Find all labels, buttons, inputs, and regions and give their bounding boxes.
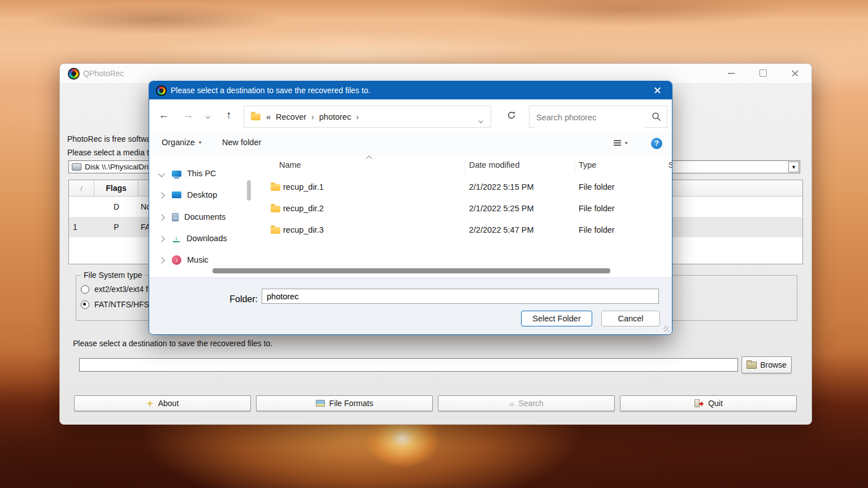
dialog-close-button[interactable] (646, 81, 669, 99)
group-title: File System type (81, 271, 145, 280)
recent-locations-chevron[interactable] (200, 108, 216, 124)
destination-input[interactable] (79, 358, 738, 372)
sidebar-label: Documents (184, 212, 225, 221)
address-bar[interactable]: « Recover › photorec › (244, 106, 491, 128)
column-header-size[interactable]: S (669, 160, 672, 174)
file-type: File folder (579, 182, 615, 191)
maximize-button[interactable] (750, 64, 775, 82)
sidebar-item-documents[interactable]: Documents (149, 208, 258, 225)
folder-name-input[interactable] (262, 289, 659, 304)
radio-fat-label: FAT/NTFS/HFS+/ (94, 300, 156, 309)
breadcrumb-photorec[interactable]: photorec (319, 112, 351, 121)
minimize-button[interactable] (719, 64, 744, 82)
cancel-button[interactable]: Cancel (601, 311, 660, 326)
address-dropdown-button[interactable] (479, 115, 483, 124)
file-formats-label: File Formats (329, 399, 374, 408)
sidebar-scrollbar-thumb[interactable] (247, 180, 251, 201)
app-window-title: QPhotoRec (83, 69, 124, 78)
collapsed-chevron[interactable] (159, 190, 166, 199)
sidebar-label: Music (187, 255, 209, 264)
caret-down-icon: ▾ (625, 140, 628, 146)
search-box[interactable] (529, 106, 667, 128)
column-header-number[interactable]: / (69, 180, 94, 196)
column-header-date-modified[interactable]: Date modified (469, 160, 519, 174)
browse-label: Browse (760, 360, 787, 369)
radio-ext-icon[interactable] (81, 285, 89, 294)
sidebar-label: This PC (187, 169, 216, 178)
qphotorec-dialog-icon (156, 85, 167, 96)
chevron-right-icon (158, 214, 164, 220)
new-folder-button[interactable]: New folder (222, 138, 261, 147)
collapsed-chevron[interactable] (159, 255, 166, 264)
partition-index: 1 (69, 223, 94, 232)
quit-button[interactable]: Quit (620, 395, 797, 411)
media-select-value: Disk \\.\PhysicalDrive (85, 163, 157, 171)
horizontal-scrollbar-thumb[interactable] (212, 268, 610, 273)
expanded-chevron[interactable] (159, 169, 166, 178)
file-formats-button[interactable]: File Formats (256, 395, 433, 411)
radio-option-ext[interactable]: ext2/ext3/ext4 file (81, 285, 156, 294)
search-chevrons-icon: » (509, 399, 514, 408)
file-name: recup_dir.3 (283, 225, 324, 234)
chevron-right-icon (158, 257, 164, 263)
view-mode-button[interactable]: ▾ (614, 140, 628, 146)
collapsed-chevron[interactable] (159, 212, 166, 221)
help-button[interactable]: ? (651, 138, 662, 149)
file-row-recup-dir-1[interactable]: recup_dir.1 2/1/2022 5:15 PM File folder (258, 177, 672, 198)
collapsed-chevron[interactable] (159, 234, 166, 243)
folder-icon (271, 227, 280, 234)
intro-text-line2: Please select a media to r (67, 148, 158, 157)
chevron-right-icon (158, 236, 164, 242)
column-header-name[interactable]: Name (279, 160, 301, 174)
sidebar-item-desktop[interactable]: Desktop (149, 186, 258, 203)
about-button[interactable]: About (74, 395, 251, 411)
downloads-icon: ↓ (172, 234, 181, 242)
documents-icon (172, 213, 179, 221)
dialog-titlebar: Please select a destination to save the … (149, 81, 672, 99)
search-button[interactable]: » Search (438, 395, 615, 411)
sidebar-label: Downloads (186, 234, 227, 243)
search-icon (652, 112, 661, 121)
maximize-icon (760, 69, 767, 77)
up-button[interactable]: ↑ (221, 107, 237, 123)
sidebar-item-this-pc[interactable]: This PC (149, 165, 258, 182)
back-button[interactable]: ← (156, 107, 172, 123)
file-type: File folder (579, 225, 615, 234)
music-icon: ♪ (172, 255, 181, 265)
chevron-down-icon (158, 171, 164, 177)
radio-option-fat[interactable]: FAT/NTFS/HFS+/ (81, 300, 156, 309)
select-folder-button[interactable]: Select Folder (521, 311, 592, 326)
dropdown-arrow-icon[interactable]: ▼ (788, 162, 799, 172)
file-date: 2/1/2022 5:15 PM (469, 182, 533, 191)
radio-fat-icon[interactable] (81, 300, 89, 309)
sidebar-label: Desktop (187, 190, 217, 199)
browse-button[interactable]: Browse (741, 356, 792, 373)
close-button[interactable] (783, 64, 808, 82)
app-titlebar: QPhotoRec (60, 64, 811, 83)
breadcrumb-recover[interactable]: Recover (276, 112, 306, 121)
search-input[interactable] (535, 107, 645, 128)
destination-prompt: Please select a destination to save the … (73, 339, 272, 348)
this-pc-icon (172, 171, 181, 177)
folder-icon (271, 206, 280, 212)
folder-label: Folder: (217, 291, 258, 307)
organize-menu[interactable]: Organize ▾ (162, 138, 201, 147)
partition-flags: P (94, 217, 138, 237)
column-header-flags[interactable]: Flags (94, 180, 138, 196)
refresh-button[interactable] (505, 108, 518, 122)
sidebar-item-music[interactable]: ♪ Music (149, 251, 258, 268)
breadcrumb-prefix: « (266, 112, 271, 121)
close-icon (791, 69, 799, 77)
caret-down-icon: ▾ (199, 140, 202, 145)
file-row-recup-dir-2[interactable]: recup_dir.2 2/1/2022 5:25 PM File folder (258, 199, 672, 220)
sidebar-item-downloads[interactable]: ↓ Downloads (149, 230, 258, 247)
disk-icon (72, 163, 81, 171)
select-folder-label: Select Folder (532, 314, 580, 323)
forward-button[interactable]: → (180, 107, 196, 123)
column-header-type[interactable]: Type (579, 160, 596, 174)
resize-grip[interactable] (663, 326, 669, 332)
refresh-icon (507, 111, 516, 120)
intro-text-line1: PhotoRec is free software (67, 134, 158, 143)
file-row-recup-dir-3[interactable]: recup_dir.3 2/2/2022 5:47 PM File folder (258, 220, 672, 241)
minimize-icon (728, 73, 735, 74)
